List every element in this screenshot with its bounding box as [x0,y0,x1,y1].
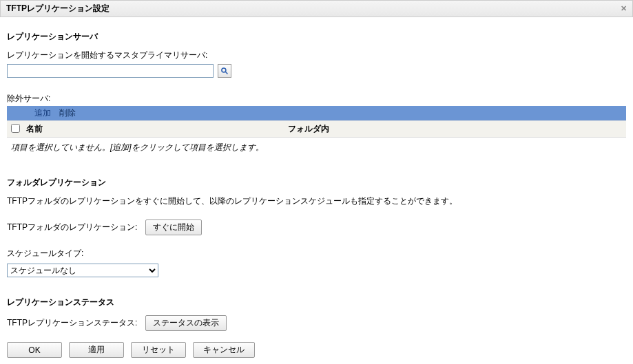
column-folder: フォルダ内 [288,123,622,135]
panel-header: TFTPレプリケーション設定 ✕ [0,0,633,17]
show-status-button[interactable]: ステータスの表示 [145,315,227,331]
search-icon [220,67,229,75]
ok-button[interactable]: OK [7,342,62,358]
folder-replication-description: TFTPフォルダのレプリケーションをすぐに開始して、以降のレプリケーションスケジ… [7,195,626,207]
schedule-type-select[interactable]: スケジュールなし [7,264,158,277]
reset-button[interactable]: リセット [131,342,186,358]
tftp-folder-label: TFTPフォルダのレプリケーション: [7,222,137,233]
grid-toolbar: 追加 削除 [7,106,626,120]
start-now-button[interactable]: すぐに開始 [145,220,202,235]
panel-content: レプリケーションサーバ レプリケーションを開始するマスタプライマリサーバ: 除外… [0,17,633,335]
grid-header: 名前 フォルダ内 [7,120,626,138]
column-name: 名前 [26,123,288,135]
select-all-checkbox[interactable] [11,124,20,133]
status-label: TFTPレプリケーションステータス: [7,317,137,329]
cancel-button[interactable]: キャンセル [193,342,255,358]
panel-title: TFTPレプリケーション設定 [6,3,110,14]
master-server-input[interactable] [7,64,214,78]
grid-empty-message: 項目を選択していません。[追加]をクリックして項目を選択します。 [7,138,626,158]
lookup-button[interactable] [218,64,231,78]
collapse-icon[interactable]: ✕ [621,4,627,13]
master-server-label: レプリケーションを開始するマスタプライマリサーバ: [7,50,626,61]
schedule-type-label: スケジュールタイプ: [7,248,626,259]
footer-buttons: OK 適用 リセット キャンセル [0,335,633,364]
section-replication-server: レプリケーションサーバ [7,31,626,43]
delete-button[interactable]: 削除 [59,107,76,119]
exclude-server-label: 除外サーバ: [7,93,626,105]
svg-point-0 [222,68,226,72]
svg-line-1 [226,72,228,74]
section-status: レプリケーションステータス [7,297,626,308]
apply-button[interactable]: 適用 [69,342,124,358]
section-folder-replication: フォルダレプリケーション [7,177,626,189]
add-button[interactable]: 追加 [34,107,51,119]
